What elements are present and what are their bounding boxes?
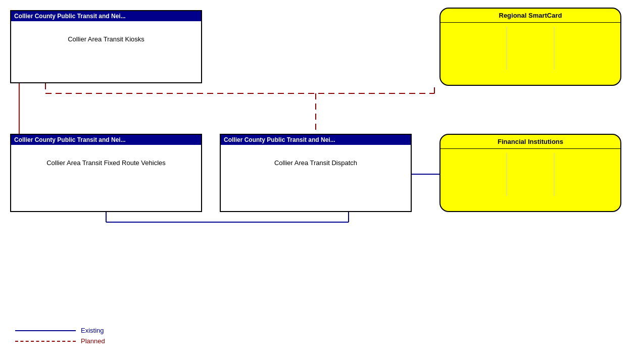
- fixed-route-header: Collier County Public Transit and Nei...: [11, 135, 201, 145]
- dispatch-body: Collier Area Transit Dispatch: [221, 145, 411, 180]
- financial-node: Financial Institutions: [439, 134, 621, 212]
- legend: Existing Planned: [15, 327, 105, 345]
- smartcard-body: [440, 23, 620, 74]
- dispatch-node: Collier County Public Transit and Nei...…: [220, 134, 412, 212]
- financial-header: Financial Institutions: [440, 135, 620, 149]
- svg-rect-14: [460, 153, 601, 196]
- smartcard-node: Regional SmartCard: [439, 8, 621, 86]
- diagram-container: Collier County Public Transit and Nei...…: [0, 0, 637, 364]
- svg-rect-11: [460, 27, 601, 70]
- dispatch-header: Collier County Public Transit and Nei...: [221, 135, 411, 145]
- planned-label: Planned: [81, 337, 105, 345]
- smartcard-fill-svg: [460, 27, 601, 70]
- planned-line-icon: [15, 341, 76, 342]
- kiosks-body: Collier Area Transit Kiosks: [11, 21, 201, 57]
- legend-existing: Existing: [15, 327, 105, 334]
- fixed-route-body: Collier Area Transit Fixed Route Vehicle…: [11, 145, 201, 180]
- kiosks-header: Collier County Public Transit and Nei...: [11, 11, 201, 21]
- smartcard-header: Regional SmartCard: [440, 9, 620, 23]
- existing-label: Existing: [81, 327, 104, 334]
- financial-body: [440, 149, 620, 200]
- existing-line-icon: [15, 330, 76, 331]
- fixed-route-node: Collier County Public Transit and Nei...…: [10, 134, 202, 212]
- financial-fill-svg: [460, 153, 601, 196]
- kiosks-node: Collier County Public Transit and Nei...…: [10, 10, 202, 83]
- legend-planned: Planned: [15, 337, 105, 345]
